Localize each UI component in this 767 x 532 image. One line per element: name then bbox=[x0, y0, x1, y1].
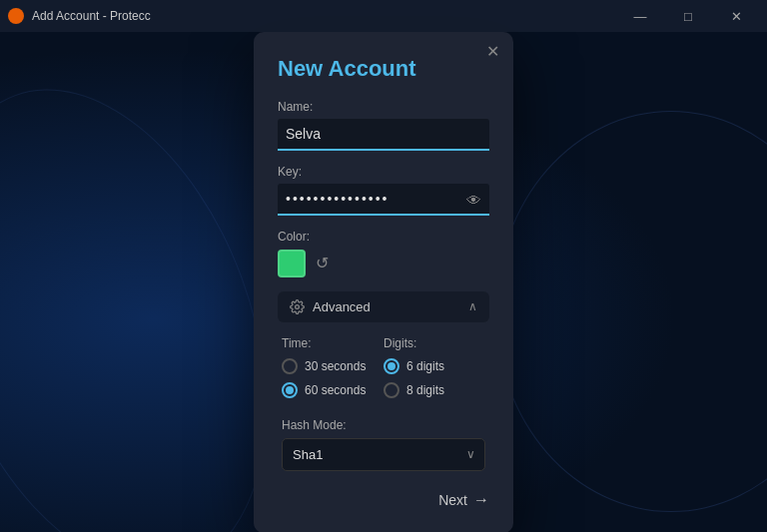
titlebar-left: Add Account - Protecc bbox=[8, 8, 151, 24]
gear-icon bbox=[290, 299, 305, 314]
color-label: Color: bbox=[278, 230, 489, 244]
color-swatch[interactable] bbox=[278, 250, 306, 277]
options-row: Time: 30 seconds 60 seconds Digits: bbox=[282, 336, 485, 406]
dialog-footer: Next → bbox=[278, 487, 489, 513]
time-60s-option[interactable]: 60 seconds bbox=[282, 382, 384, 398]
time-30s-radio[interactable] bbox=[282, 358, 298, 374]
digits-6-label: 6 digits bbox=[406, 359, 444, 373]
time-60s-label: 60 seconds bbox=[305, 383, 366, 397]
close-button[interactable]: ✕ bbox=[713, 0, 759, 32]
main-content: ✕ New Account Name: Key: 👁 Color: ↺ bbox=[0, 32, 767, 532]
chevron-up-icon: ∧ bbox=[468, 299, 477, 313]
hash-mode-label: Hash Mode: bbox=[282, 418, 485, 432]
color-row: ↺ bbox=[278, 250, 489, 277]
key-label: Key: bbox=[278, 165, 489, 179]
digits-column: Digits: 6 digits 8 digits bbox=[384, 336, 485, 406]
time-column: Time: 30 seconds 60 seconds bbox=[282, 336, 384, 406]
key-wrapper: 👁 bbox=[278, 184, 489, 216]
digits-8-radio[interactable] bbox=[384, 382, 399, 398]
color-section: Color: ↺ bbox=[278, 230, 489, 277]
app-icon bbox=[8, 8, 24, 24]
digits-label: Digits: bbox=[384, 336, 485, 350]
next-label: Next bbox=[438, 492, 467, 508]
hash-section: Hash Mode: Sha1 Sha256 Sha512 ∨ bbox=[282, 418, 485, 471]
digits-8-label: 8 digits bbox=[406, 383, 444, 397]
titlebar: Add Account - Protecc — □ ✕ bbox=[0, 0, 767, 32]
digits-8-option[interactable]: 8 digits bbox=[384, 382, 485, 398]
advanced-left: Advanced bbox=[290, 299, 371, 314]
time-60s-radio[interactable] bbox=[282, 382, 298, 398]
advanced-content: Time: 30 seconds 60 seconds Digits: bbox=[278, 336, 489, 471]
eye-icon[interactable]: 👁 bbox=[466, 191, 481, 208]
maximize-button[interactable]: □ bbox=[665, 0, 711, 32]
time-30s-label: 30 seconds bbox=[305, 359, 366, 373]
digits-6-radio[interactable] bbox=[384, 358, 399, 374]
titlebar-title: Add Account - Protecc bbox=[32, 9, 151, 23]
name-label: Name: bbox=[278, 100, 489, 114]
color-reset-button[interactable]: ↺ bbox=[316, 254, 329, 272]
dialog-close-button[interactable]: ✕ bbox=[486, 44, 499, 60]
titlebar-controls: — □ ✕ bbox=[617, 0, 759, 32]
name-input[interactable] bbox=[278, 119, 489, 151]
svg-point-0 bbox=[296, 304, 300, 308]
hash-select-wrapper: Sha1 Sha256 Sha512 ∨ bbox=[282, 438, 485, 471]
dialog-title: New Account bbox=[278, 56, 489, 82]
arrow-right-icon: → bbox=[473, 491, 489, 509]
minimize-button[interactable]: — bbox=[617, 0, 663, 32]
time-30s-option[interactable]: 30 seconds bbox=[282, 358, 384, 374]
advanced-toggle-button[interactable]: Advanced ∧ bbox=[278, 291, 489, 322]
new-account-dialog: ✕ New Account Name: Key: 👁 Color: ↺ bbox=[254, 32, 513, 533]
key-input[interactable] bbox=[278, 184, 489, 216]
digits-6-option[interactable]: 6 digits bbox=[384, 358, 485, 374]
next-button[interactable]: Next → bbox=[438, 487, 489, 513]
hash-mode-select[interactable]: Sha1 Sha256 Sha512 bbox=[282, 438, 485, 471]
advanced-label: Advanced bbox=[313, 299, 371, 314]
time-label: Time: bbox=[282, 336, 384, 350]
